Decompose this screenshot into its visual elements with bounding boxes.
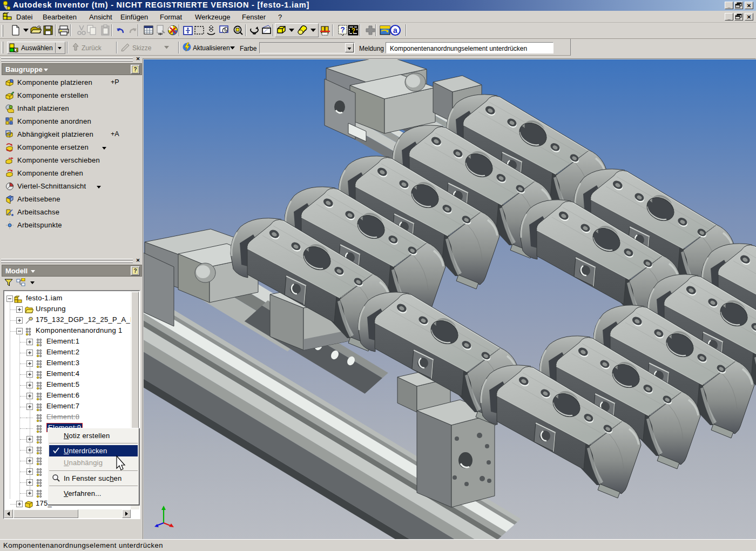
svg-text:?: ? <box>133 66 137 72</box>
svg-text:?: ? <box>352 27 355 35</box>
svg-text:a: a <box>393 26 397 35</box>
svg-text:?: ? <box>133 268 137 274</box>
svg-text:?: ? <box>340 25 345 34</box>
